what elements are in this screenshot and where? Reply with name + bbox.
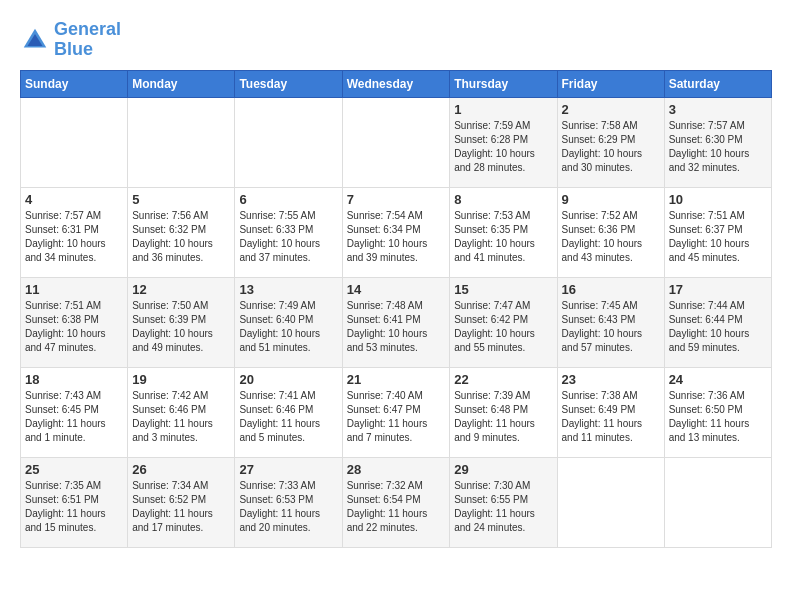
day-number: 21 — [347, 372, 446, 387]
calendar-cell: 16Sunrise: 7:45 AM Sunset: 6:43 PM Dayli… — [557, 277, 664, 367]
calendar-cell — [557, 457, 664, 547]
day-number: 20 — [239, 372, 337, 387]
weekday-header: Tuesday — [235, 70, 342, 97]
day-detail: Sunrise: 7:32 AM Sunset: 6:54 PM Dayligh… — [347, 479, 446, 535]
calendar-week: 11Sunrise: 7:51 AM Sunset: 6:38 PM Dayli… — [21, 277, 772, 367]
calendar-week: 1Sunrise: 7:59 AM Sunset: 6:28 PM Daylig… — [21, 97, 772, 187]
calendar-cell: 4Sunrise: 7:57 AM Sunset: 6:31 PM Daylig… — [21, 187, 128, 277]
day-detail: Sunrise: 7:52 AM Sunset: 6:36 PM Dayligh… — [562, 209, 660, 265]
day-detail: Sunrise: 7:35 AM Sunset: 6:51 PM Dayligh… — [25, 479, 123, 535]
calendar-cell: 10Sunrise: 7:51 AM Sunset: 6:37 PM Dayli… — [664, 187, 771, 277]
calendar-cell: 24Sunrise: 7:36 AM Sunset: 6:50 PM Dayli… — [664, 367, 771, 457]
calendar-cell: 29Sunrise: 7:30 AM Sunset: 6:55 PM Dayli… — [450, 457, 557, 547]
day-number: 8 — [454, 192, 552, 207]
calendar-week: 18Sunrise: 7:43 AM Sunset: 6:45 PM Dayli… — [21, 367, 772, 457]
calendar-cell: 26Sunrise: 7:34 AM Sunset: 6:52 PM Dayli… — [128, 457, 235, 547]
calendar-cell — [235, 97, 342, 187]
calendar-cell: 25Sunrise: 7:35 AM Sunset: 6:51 PM Dayli… — [21, 457, 128, 547]
calendar-cell — [342, 97, 450, 187]
logo: General Blue — [20, 20, 121, 60]
calendar-week: 4Sunrise: 7:57 AM Sunset: 6:31 PM Daylig… — [21, 187, 772, 277]
day-detail: Sunrise: 7:57 AM Sunset: 6:31 PM Dayligh… — [25, 209, 123, 265]
calendar-cell: 14Sunrise: 7:48 AM Sunset: 6:41 PM Dayli… — [342, 277, 450, 367]
day-detail: Sunrise: 7:53 AM Sunset: 6:35 PM Dayligh… — [454, 209, 552, 265]
day-number: 18 — [25, 372, 123, 387]
calendar-cell: 1Sunrise: 7:59 AM Sunset: 6:28 PM Daylig… — [450, 97, 557, 187]
day-number: 28 — [347, 462, 446, 477]
day-detail: Sunrise: 7:55 AM Sunset: 6:33 PM Dayligh… — [239, 209, 337, 265]
day-number: 26 — [132, 462, 230, 477]
day-detail: Sunrise: 7:38 AM Sunset: 6:49 PM Dayligh… — [562, 389, 660, 445]
calendar-cell: 2Sunrise: 7:58 AM Sunset: 6:29 PM Daylig… — [557, 97, 664, 187]
calendar-cell: 8Sunrise: 7:53 AM Sunset: 6:35 PM Daylig… — [450, 187, 557, 277]
day-number: 14 — [347, 282, 446, 297]
day-detail: Sunrise: 7:47 AM Sunset: 6:42 PM Dayligh… — [454, 299, 552, 355]
calendar-cell: 5Sunrise: 7:56 AM Sunset: 6:32 PM Daylig… — [128, 187, 235, 277]
calendar-cell: 22Sunrise: 7:39 AM Sunset: 6:48 PM Dayli… — [450, 367, 557, 457]
weekday-header: Wednesday — [342, 70, 450, 97]
day-number: 11 — [25, 282, 123, 297]
calendar-cell: 17Sunrise: 7:44 AM Sunset: 6:44 PM Dayli… — [664, 277, 771, 367]
day-detail: Sunrise: 7:34 AM Sunset: 6:52 PM Dayligh… — [132, 479, 230, 535]
day-detail: Sunrise: 7:39 AM Sunset: 6:48 PM Dayligh… — [454, 389, 552, 445]
day-detail: Sunrise: 7:51 AM Sunset: 6:37 PM Dayligh… — [669, 209, 767, 265]
day-detail: Sunrise: 7:30 AM Sunset: 6:55 PM Dayligh… — [454, 479, 552, 535]
day-number: 6 — [239, 192, 337, 207]
calendar-cell: 21Sunrise: 7:40 AM Sunset: 6:47 PM Dayli… — [342, 367, 450, 457]
calendar-cell: 20Sunrise: 7:41 AM Sunset: 6:46 PM Dayli… — [235, 367, 342, 457]
day-number: 1 — [454, 102, 552, 117]
calendar-cell — [128, 97, 235, 187]
day-number: 10 — [669, 192, 767, 207]
day-number: 9 — [562, 192, 660, 207]
day-detail: Sunrise: 7:58 AM Sunset: 6:29 PM Dayligh… — [562, 119, 660, 175]
calendar-cell: 11Sunrise: 7:51 AM Sunset: 6:38 PM Dayli… — [21, 277, 128, 367]
calendar-cell: 12Sunrise: 7:50 AM Sunset: 6:39 PM Dayli… — [128, 277, 235, 367]
day-number: 29 — [454, 462, 552, 477]
day-number: 15 — [454, 282, 552, 297]
day-number: 13 — [239, 282, 337, 297]
day-number: 27 — [239, 462, 337, 477]
day-detail: Sunrise: 7:41 AM Sunset: 6:46 PM Dayligh… — [239, 389, 337, 445]
day-detail: Sunrise: 7:50 AM Sunset: 6:39 PM Dayligh… — [132, 299, 230, 355]
day-number: 25 — [25, 462, 123, 477]
day-detail: Sunrise: 7:45 AM Sunset: 6:43 PM Dayligh… — [562, 299, 660, 355]
day-detail: Sunrise: 7:51 AM Sunset: 6:38 PM Dayligh… — [25, 299, 123, 355]
calendar-cell: 15Sunrise: 7:47 AM Sunset: 6:42 PM Dayli… — [450, 277, 557, 367]
logo-text: General Blue — [54, 20, 121, 60]
day-number: 24 — [669, 372, 767, 387]
day-number: 23 — [562, 372, 660, 387]
calendar-cell: 9Sunrise: 7:52 AM Sunset: 6:36 PM Daylig… — [557, 187, 664, 277]
day-number: 12 — [132, 282, 230, 297]
page-header: General Blue — [20, 20, 772, 60]
calendar-cell — [21, 97, 128, 187]
day-number: 7 — [347, 192, 446, 207]
weekday-header: Saturday — [664, 70, 771, 97]
day-number: 22 — [454, 372, 552, 387]
calendar-cell: 19Sunrise: 7:42 AM Sunset: 6:46 PM Dayli… — [128, 367, 235, 457]
day-number: 17 — [669, 282, 767, 297]
day-detail: Sunrise: 7:49 AM Sunset: 6:40 PM Dayligh… — [239, 299, 337, 355]
weekday-header: Sunday — [21, 70, 128, 97]
calendar-week: 25Sunrise: 7:35 AM Sunset: 6:51 PM Dayli… — [21, 457, 772, 547]
day-detail: Sunrise: 7:36 AM Sunset: 6:50 PM Dayligh… — [669, 389, 767, 445]
calendar-cell: 3Sunrise: 7:57 AM Sunset: 6:30 PM Daylig… — [664, 97, 771, 187]
calendar-cell — [664, 457, 771, 547]
day-detail: Sunrise: 7:54 AM Sunset: 6:34 PM Dayligh… — [347, 209, 446, 265]
day-number: 19 — [132, 372, 230, 387]
day-detail: Sunrise: 7:48 AM Sunset: 6:41 PM Dayligh… — [347, 299, 446, 355]
calendar-cell: 18Sunrise: 7:43 AM Sunset: 6:45 PM Dayli… — [21, 367, 128, 457]
calendar-header: SundayMondayTuesdayWednesdayThursdayFrid… — [21, 70, 772, 97]
calendar-cell: 27Sunrise: 7:33 AM Sunset: 6:53 PM Dayli… — [235, 457, 342, 547]
calendar-cell: 23Sunrise: 7:38 AM Sunset: 6:49 PM Dayli… — [557, 367, 664, 457]
calendar-cell: 28Sunrise: 7:32 AM Sunset: 6:54 PM Dayli… — [342, 457, 450, 547]
day-number: 16 — [562, 282, 660, 297]
day-detail: Sunrise: 7:43 AM Sunset: 6:45 PM Dayligh… — [25, 389, 123, 445]
weekday-header: Friday — [557, 70, 664, 97]
logo-icon — [20, 25, 50, 55]
day-detail: Sunrise: 7:59 AM Sunset: 6:28 PM Dayligh… — [454, 119, 552, 175]
day-detail: Sunrise: 7:57 AM Sunset: 6:30 PM Dayligh… — [669, 119, 767, 175]
day-number: 5 — [132, 192, 230, 207]
day-detail: Sunrise: 7:44 AM Sunset: 6:44 PM Dayligh… — [669, 299, 767, 355]
day-number: 4 — [25, 192, 123, 207]
calendar-cell: 6Sunrise: 7:55 AM Sunset: 6:33 PM Daylig… — [235, 187, 342, 277]
